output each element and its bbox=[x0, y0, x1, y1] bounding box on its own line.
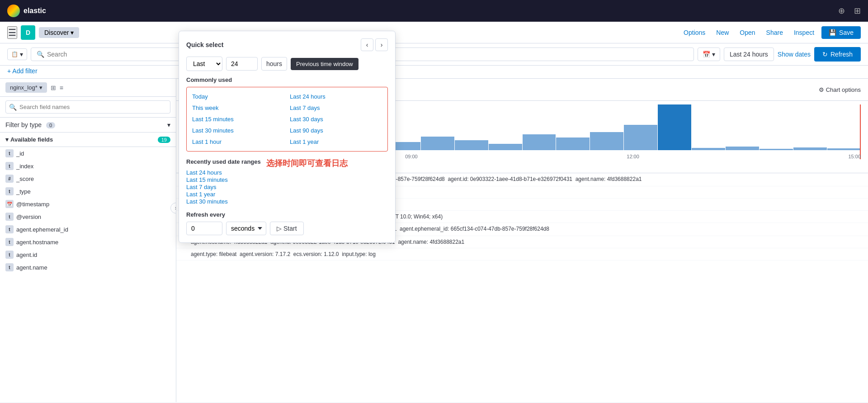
field-search-icon: 🔍 bbox=[9, 104, 17, 111]
qs-link-this-week[interactable]: This week bbox=[192, 103, 284, 113]
qs-link-last7d[interactable]: Last 7 days bbox=[290, 103, 382, 113]
available-fields-header: ▾ Available fields 19 bbox=[0, 133, 176, 147]
field-item[interactable]: t agent.name bbox=[0, 261, 176, 274]
field-type-badge: t bbox=[5, 162, 14, 170]
elastic-logo-text: elastic bbox=[24, 7, 46, 15]
elastic-logo-icon bbox=[7, 5, 20, 17]
time-range-picker[interactable]: Last 24 hours bbox=[724, 47, 774, 61]
add-filter-label: + Add filter bbox=[7, 67, 38, 75]
qs-recent-link-5[interactable]: Last 30 minutes bbox=[186, 197, 228, 206]
qs-range-row: Last hours Previous time window bbox=[186, 57, 388, 71]
filter-by-type-row: Filter by type 0 ▾ bbox=[0, 118, 176, 133]
qs-link-today[interactable]: Today bbox=[192, 92, 284, 101]
chart-bar-highlight bbox=[658, 104, 691, 150]
field-item[interactable]: t _type bbox=[0, 185, 176, 198]
qs-link-last24h[interactable]: Last 24 hours bbox=[290, 92, 382, 101]
qs-link-last1y[interactable]: Last 1 year bbox=[290, 137, 382, 147]
chart-bar bbox=[590, 132, 623, 150]
field-name: @version bbox=[16, 213, 41, 220]
qs-link-last30m[interactable]: Last 30 minutes bbox=[192, 126, 284, 135]
qs-link-last90d[interactable]: Last 90 days bbox=[290, 126, 382, 135]
field-type-badge: t bbox=[5, 251, 14, 259]
field-item[interactable]: t _id bbox=[0, 147, 176, 160]
nav-icon-1[interactable]: ⊕ bbox=[838, 6, 845, 16]
qs-refresh-unit-select[interactable]: seconds minutes hours bbox=[226, 222, 266, 235]
field-item[interactable]: t agent.hostname bbox=[0, 236, 176, 248]
inspect-button[interactable]: Inspect bbox=[790, 27, 818, 38]
field-name: agent.ephemeral_id bbox=[16, 226, 68, 233]
field-type-badge: t bbox=[5, 149, 14, 157]
field-name: _index bbox=[16, 163, 33, 170]
refresh-button[interactable]: ↻ Refresh bbox=[814, 47, 861, 62]
qs-start-button[interactable]: ▷ Start bbox=[270, 222, 304, 235]
elastic-logo: elastic bbox=[7, 5, 46, 17]
qs-range-value-input[interactable] bbox=[226, 57, 258, 71]
calendar-caret[interactable]: ▾ bbox=[712, 51, 715, 58]
share-button[interactable]: Share bbox=[763, 27, 787, 38]
qs-refresh-value-input[interactable] bbox=[186, 222, 222, 235]
chart-bar bbox=[421, 137, 454, 150]
chart-bar bbox=[523, 134, 556, 150]
save-label: Save bbox=[839, 29, 854, 36]
add-filter-button[interactable]: + Add filter bbox=[7, 67, 38, 75]
field-item[interactable]: 📅 @timestamp bbox=[0, 198, 176, 210]
discover-button[interactable]: Discover ▾ bbox=[39, 27, 79, 38]
chart-bar bbox=[624, 125, 657, 150]
chart-bar bbox=[827, 148, 861, 150]
qs-range-type-select[interactable]: Last bbox=[186, 57, 222, 71]
user-avatar[interactable]: D bbox=[21, 25, 35, 40]
save-icon: 💾 bbox=[829, 29, 836, 36]
field-type-badge: # bbox=[5, 175, 14, 183]
log-content: agent.type: filebeat agent.version: 7.17… bbox=[191, 251, 861, 257]
save-button[interactable]: 💾 Save bbox=[821, 26, 861, 39]
qs-next-button[interactable]: › bbox=[375, 38, 388, 51]
chart-options-button[interactable]: ⚙ Chart options bbox=[819, 86, 861, 93]
qs-prev-button[interactable]: ‹ bbox=[361, 38, 373, 51]
qs-title: Quick select bbox=[186, 41, 224, 48]
new-button[interactable]: New bbox=[712, 27, 732, 38]
field-type-badge: t bbox=[5, 238, 14, 246]
sidebar: nginx_log* ▾ ⊞ ≡ 🔍 Filter by type 0 ▾ ▾ … bbox=[0, 79, 176, 402]
field-item[interactable]: t _index bbox=[0, 160, 176, 172]
index-grid-icon[interactable]: ⊞ bbox=[51, 84, 56, 91]
chart-options-label: Chart options bbox=[826, 86, 861, 93]
field-type-badge: t bbox=[5, 225, 14, 233]
qs-start-label: Start bbox=[283, 225, 297, 232]
available-fields-count: 19 bbox=[158, 137, 170, 143]
field-name: _type bbox=[16, 188, 31, 195]
available-fields-toggle[interactable]: ▾ bbox=[5, 136, 9, 143]
qs-range-unit: hours bbox=[261, 57, 287, 71]
field-item[interactable]: t agent.id bbox=[0, 248, 176, 261]
field-name: agent.id bbox=[16, 251, 37, 258]
index-dropdown-icon: ▾ bbox=[39, 84, 42, 91]
search-caret-icon[interactable]: ▾ bbox=[20, 51, 23, 58]
index-name: nginx_log* bbox=[10, 84, 38, 91]
index-list-icon[interactable]: ≡ bbox=[60, 84, 63, 91]
qs-commonly-used-section: Commonly used Today Last 24 hours This w… bbox=[186, 76, 388, 152]
qs-link-last1h[interactable]: Last 1 hour bbox=[192, 137, 284, 147]
filter-type-chevron[interactable]: ▾ bbox=[167, 121, 170, 128]
qs-commonly-used-title: Commonly used bbox=[186, 76, 388, 83]
index-badge[interactable]: nginx_log* ▾ bbox=[5, 82, 47, 93]
nav-icon-2[interactable]: ⊞ bbox=[854, 6, 861, 16]
options-button[interactable]: Options bbox=[680, 27, 709, 38]
log-row[interactable]: agent.type: filebeat agent.version: 7.17… bbox=[176, 248, 868, 261]
axis-label-4: 15:00 bbox=[848, 154, 861, 159]
hamburger-button[interactable]: ☰ bbox=[7, 26, 17, 39]
field-name: agent.hostname bbox=[16, 239, 58, 246]
axis-label-2: 09:00 bbox=[405, 154, 418, 159]
search-type-icon: 📋 bbox=[11, 51, 18, 57]
field-item[interactable]: # _score bbox=[0, 172, 176, 185]
qs-tooltip: Previous time window bbox=[291, 58, 359, 70]
qs-link-last30d[interactable]: Last 30 days bbox=[290, 114, 382, 124]
open-button[interactable]: Open bbox=[736, 27, 759, 38]
field-name: _score bbox=[16, 175, 34, 182]
axis-label-3: 12:00 bbox=[627, 154, 639, 159]
show-dates-button[interactable]: Show dates bbox=[778, 51, 811, 58]
field-item[interactable]: t agent.ephemeral_id bbox=[0, 223, 176, 236]
field-item[interactable]: t @version bbox=[0, 210, 176, 223]
index-selector: nginx_log* ▾ ⊞ ≡ bbox=[0, 79, 176, 97]
qs-link-last15m[interactable]: Last 15 minutes bbox=[192, 114, 284, 124]
qs-header: Quick select ‹ › bbox=[186, 38, 388, 51]
field-search-input[interactable] bbox=[5, 100, 170, 114]
